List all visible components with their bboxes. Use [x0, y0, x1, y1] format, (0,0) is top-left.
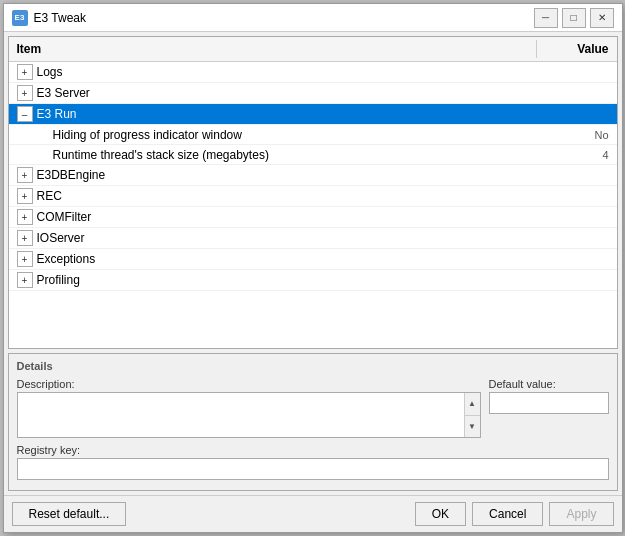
description-col: Description: ▲ ▼ [17, 378, 481, 438]
window-title: E3 Tweak [34, 11, 534, 25]
app-icon: E3 [12, 10, 28, 26]
ok-button[interactable]: OK [415, 502, 466, 526]
window-controls: ─ □ ✕ [534, 8, 614, 28]
row-value [537, 278, 617, 282]
expand-icon[interactable]: + [17, 251, 33, 267]
row-value [537, 173, 617, 177]
expand-icon[interactable]: + [17, 230, 33, 246]
row-label: IOServer [37, 231, 85, 245]
table-row[interactable]: + Logs [9, 62, 617, 83]
row-value: 4 [537, 147, 617, 163]
close-button[interactable]: ✕ [590, 8, 614, 28]
title-bar: E3 E3 Tweak ─ □ ✕ [4, 4, 622, 32]
content-area: Item Value + Logs + E3 Server [4, 32, 622, 495]
row-label: Hiding of progress indicator window [53, 128, 242, 142]
expand-icon[interactable]: + [17, 64, 33, 80]
table-row[interactable]: Runtime thread's stack size (megabytes) … [9, 145, 617, 165]
default-value-col: Default value: [489, 378, 609, 438]
apply-button[interactable]: Apply [549, 502, 613, 526]
row-label: Runtime thread's stack size (megabytes) [53, 148, 269, 162]
registry-label: Registry key: [17, 444, 609, 456]
scroll-down-button[interactable]: ▼ [465, 416, 480, 438]
row-label: Logs [37, 65, 63, 79]
table-row[interactable]: + REC [9, 186, 617, 207]
row-value [537, 257, 617, 261]
row-value [537, 70, 617, 74]
col-item-header: Item [9, 40, 537, 58]
scroll-up-button[interactable]: ▲ [465, 393, 480, 416]
row-label: E3 Server [37, 86, 90, 100]
description-label: Description: [17, 378, 481, 390]
main-window: E3 E3 Tweak ─ □ ✕ Item Value + Logs [3, 3, 623, 533]
default-value-label: Default value: [489, 378, 609, 390]
row-value [537, 194, 617, 198]
table-header: Item Value [9, 37, 617, 62]
maximize-button[interactable]: □ [562, 8, 586, 28]
row-label: COMFilter [37, 210, 92, 224]
expand-icon[interactable]: + [17, 209, 33, 225]
description-field-wrapper: ▲ ▼ [17, 392, 481, 438]
col-value-header: Value [537, 40, 617, 58]
table-row[interactable]: + E3 Server [9, 83, 617, 104]
row-value [537, 91, 617, 95]
reset-default-button[interactable]: Reset default... [12, 502, 127, 526]
table-row[interactable]: Hiding of progress indicator window No [9, 125, 617, 145]
table-row[interactable]: + Exceptions [9, 249, 617, 270]
table-row[interactable]: + Profiling [9, 270, 617, 291]
row-label: Exceptions [37, 252, 96, 266]
minimize-button[interactable]: ─ [534, 8, 558, 28]
description-scrollbar: ▲ ▼ [464, 393, 480, 437]
expand-icon[interactable]: – [17, 106, 33, 122]
table-row[interactable]: + COMFilter [9, 207, 617, 228]
expand-icon[interactable]: + [17, 167, 33, 183]
expand-icon[interactable]: + [17, 272, 33, 288]
details-section: Details Description: ▲ ▼ Default value: [8, 353, 618, 491]
details-title: Details [17, 360, 609, 372]
row-value [537, 236, 617, 240]
row-label: REC [37, 189, 62, 203]
row-label: Profiling [37, 273, 80, 287]
table-row[interactable]: + E3DBEngine [9, 165, 617, 186]
registry-key-input[interactable] [17, 458, 609, 480]
action-buttons: OK Cancel Apply [415, 502, 614, 526]
footer: Reset default... OK Cancel Apply [4, 495, 622, 532]
registry-row: Registry key: [17, 444, 609, 480]
expand-icon[interactable]: + [17, 85, 33, 101]
row-label: E3DBEngine [37, 168, 106, 182]
description-textarea[interactable] [18, 393, 464, 437]
row-label: E3 Run [37, 107, 77, 121]
row-value [537, 215, 617, 219]
row-value: No [537, 127, 617, 143]
table-row[interactable]: + IOServer [9, 228, 617, 249]
tree-table[interactable]: Item Value + Logs + E3 Server [8, 36, 618, 349]
expand-icon[interactable]: + [17, 188, 33, 204]
cancel-button[interactable]: Cancel [472, 502, 543, 526]
table-row[interactable]: – E3 Run [9, 104, 617, 125]
details-row: Description: ▲ ▼ Default value: [17, 378, 609, 438]
row-value [537, 112, 617, 116]
default-value-input[interactable] [489, 392, 609, 414]
